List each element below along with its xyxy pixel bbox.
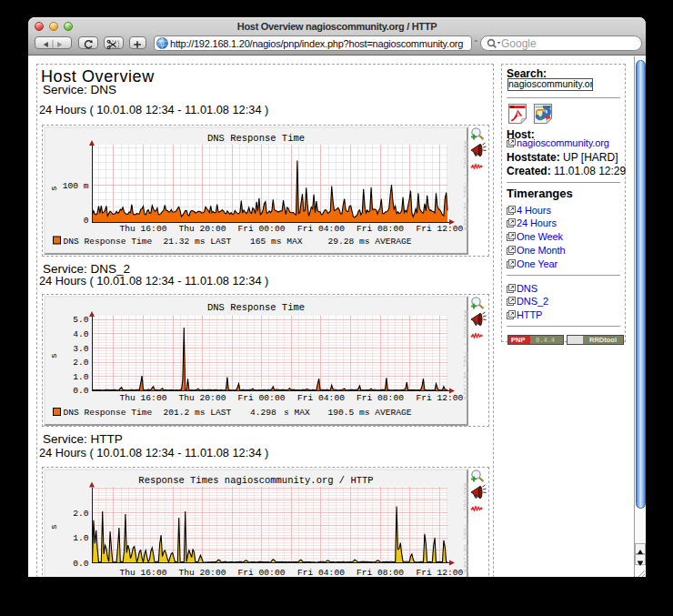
svg-text:21.32 ms LAST: 21.32 ms LAST [163, 237, 231, 247]
svg-text:DNS Response Time: DNS Response Time [206, 302, 304, 313]
svg-text:s: s [49, 353, 59, 358]
svg-text:RRDTOOL / TOBI OETIKER: RRDTOOL / TOBI OETIKER [462, 310, 468, 400]
svg-text:4.0: 4.0 [73, 328, 89, 338]
svg-text:Fri 12:00: Fri 12:00 [416, 392, 463, 402]
svg-text:Thu 20:00: Thu 20:00 [178, 568, 226, 578]
svg-text:5.0: 5.0 [73, 315, 89, 325]
svg-text:Fri 12:00: Fri 12:00 [416, 224, 463, 234]
svg-text:Thu 20:00: Thu 20:00 [178, 392, 226, 402]
svg-text:4.298: 4.298 [250, 407, 276, 417]
svg-text:Fri 08:00: Fri 08:00 [357, 392, 404, 402]
svg-text:RRDtool: RRDtool [589, 336, 617, 344]
svg-text:0.0: 0.0 [73, 386, 89, 396]
svg-text:3.0: 3.0 [73, 343, 89, 353]
svg-text:0: 0 [83, 216, 88, 226]
svg-text:Fri 00:00: Fri 00:00 [237, 224, 285, 234]
svg-text:DNS Response Time: DNS Response Time [63, 237, 152, 247]
svg-text:0.4.4: 0.4.4 [536, 337, 555, 344]
svg-text:100 m: 100 m [62, 181, 88, 191]
svg-text:29.28 ms AVERAGE: 29.28 ms AVERAGE [327, 237, 411, 247]
svg-text:Thu 16:00: Thu 16:00 [119, 392, 166, 402]
svg-text:Thu 16:00: Thu 16:00 [119, 224, 166, 234]
svg-text:DNS Response Time: DNS Response Time [206, 133, 304, 144]
svg-text:DNS Response Time: DNS Response Time [63, 407, 152, 417]
svg-text:Fri 08:00: Fri 08:00 [357, 224, 404, 234]
svg-text:2.0: 2.0 [73, 358, 89, 368]
svg-text:RRDTOOL / TOBI OETIKER: RRDTOOL / TOBI OETIKER [462, 141, 468, 231]
svg-text:Fri 00:00: Fri 00:00 [237, 568, 285, 578]
svg-text:s: s [49, 186, 59, 191]
svg-text:s: s [49, 524, 59, 530]
svg-text:Fri 08:00: Fri 08:00 [357, 568, 404, 578]
svg-text:165 ms MAX: 165 ms MAX [250, 237, 303, 247]
svg-text:Fri 04:00: Fri 04:00 [297, 392, 345, 402]
svg-text:2.0: 2.0 [73, 508, 89, 518]
svg-text:Fri 12:00: Fri 12:00 [416, 568, 463, 578]
svg-text:Fri 04:00: Fri 04:00 [297, 224, 345, 234]
svg-text:190.5 ms AVERAGE: 190.5 ms AVERAGE [327, 407, 411, 417]
svg-text:Fri 00:00: Fri 00:00 [237, 392, 285, 402]
svg-text:0.0: 0.0 [73, 558, 89, 568]
svg-text:PNP: PNP [511, 336, 525, 344]
svg-text:Thu 20:00: Thu 20:00 [178, 224, 226, 234]
svg-text:Thu 16:00: Thu 16:00 [119, 568, 166, 578]
svg-text:Fri 04:00: Fri 04:00 [297, 568, 345, 578]
svg-text:Response Times nagioscommunity: Response Times nagioscommunity.org / HTT… [138, 475, 373, 486]
svg-text:201.2 ms LAST: 201.2 ms LAST [163, 407, 231, 417]
svg-text:RRDTOOL / TOBI OETIKER: RRDTOOL / TOBI OETIKER [462, 483, 468, 573]
svg-text:s MAX: s MAX [284, 407, 310, 417]
svg-text:1.0: 1.0 [73, 533, 89, 543]
svg-text:1.0: 1.0 [73, 371, 89, 381]
